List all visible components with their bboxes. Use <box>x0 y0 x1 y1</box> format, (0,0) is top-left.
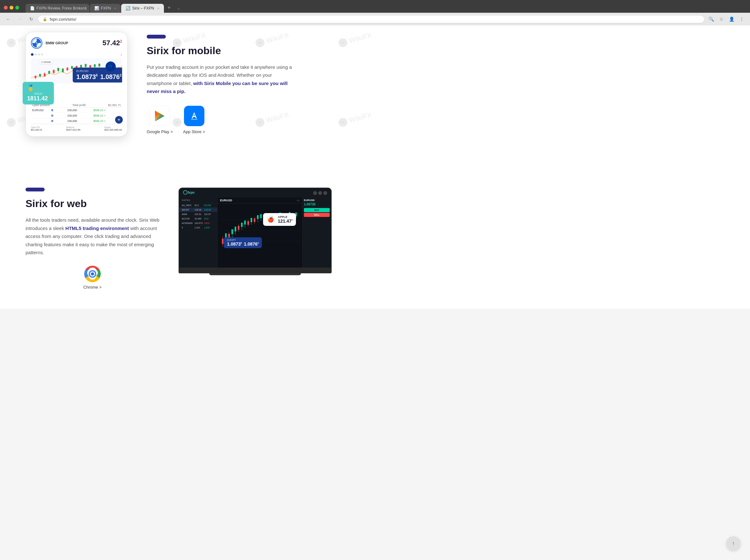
web-section-desc: All the tools traders need, available ar… <box>25 216 159 257</box>
tab-overflow-button[interactable]: ⌄ <box>174 4 183 13</box>
svg-rect-58 <box>244 221 246 225</box>
table-row: B 236,000 $569.22 > <box>31 113 122 119</box>
google-play-icon <box>150 106 170 126</box>
laptop-base <box>179 268 332 273</box>
eurusd-badge: EURUSD 1.08736 1.08762 <box>73 67 122 83</box>
chrome-icon <box>84 266 101 282</box>
google-play-label: Google Play > <box>147 129 173 134</box>
rates-header: RATES <box>179 198 217 203</box>
list-item: ACKRAND 142.675 145.6 <box>179 221 217 226</box>
maximize-window-btn[interactable] <box>15 6 19 9</box>
bmw-logo <box>31 37 42 49</box>
section-divider <box>0 156 750 175</box>
html5-link[interactable]: HTML5 trading environment <box>65 226 129 231</box>
buy-button[interactable]: BUY <box>304 208 330 212</box>
svg-rect-52 <box>235 227 236 232</box>
tab-sirix-fxpn[interactable]: 🔄 Sirix – FXPN × <box>121 4 163 13</box>
trade-panel: EURUSD 1.08730 BUY SELL <box>302 198 331 268</box>
svg-rect-62 <box>251 218 252 222</box>
phone-header: BMW GROUP 57.422 <box>31 37 122 49</box>
bmw-price: 57.422 <box>102 39 122 47</box>
svg-rect-25 <box>85 64 87 67</box>
tab-fxpn[interactable]: 📊 FXPN × <box>90 4 121 13</box>
eurjpy-badge: EURJPY 1.08736 1.08762 <box>224 237 262 248</box>
close-window-btn[interactable] <box>4 6 8 9</box>
svg-rect-60 <box>248 221 249 225</box>
gold-label: GOLD <box>27 92 50 95</box>
list-item: 4 1,314 1,316 <box>179 226 217 230</box>
chrome-label: Chrome > <box>83 285 101 290</box>
balance-stat: Balance $427,812.85 <box>66 126 81 131</box>
mobile-info: Sirix for mobile Put your trading accoun… <box>147 35 725 134</box>
window-controls <box>4 6 19 9</box>
more-button[interactable]: ⋮ <box>737 15 746 24</box>
company-name: BMW GROUP <box>45 41 68 45</box>
svg-rect-68 <box>260 214 262 218</box>
svg-rect-46 <box>225 233 227 237</box>
positions-bottom: Open P/L $3,146.01 Balance $427,812.85 E… <box>31 124 122 131</box>
web-section-title: Sirix for web <box>25 198 159 210</box>
svg-text:fxpn: fxpn <box>188 191 195 194</box>
browser-toolbar: ← → ↻ 🔒 fxpn.com/sirix/ 🔍 ☆ 👤 ⋮ <box>0 13 750 25</box>
section-pill-web <box>25 188 45 191</box>
tab-favicon-1: 📄 <box>30 6 35 11</box>
back-button[interactable]: ← <box>4 15 13 24</box>
laptop-ctrl-1 <box>313 191 317 195</box>
laptop-chart: EURUSD H1 <box>217 198 302 268</box>
browser-chrome: 📄 FXPN Review, Forex Broker& × 📊 FXPN × … <box>0 0 750 25</box>
search-button[interactable]: 🔍 <box>707 15 715 24</box>
chart-area: 1 minute 🇪🇺 <box>31 58 122 84</box>
tab-close-3[interactable]: × <box>157 6 159 10</box>
app-store-icon <box>184 106 204 126</box>
minimize-window-btn[interactable] <box>9 6 14 9</box>
laptop-logo: fxpn <box>183 190 199 195</box>
phone-mockup: BMW GROUP 57.422 › 1 minute 🇪🇺 <box>25 32 127 137</box>
apple-logo: 🍎 <box>266 215 275 224</box>
list-item: ADUST 116.08 118.54 <box>179 208 217 212</box>
open-pl-stat: Open P/L $3,146.01 <box>31 126 42 131</box>
laptop-screen: fxpn RATES <box>179 188 332 268</box>
bookmark-button[interactable]: ☆ <box>717 15 726 24</box>
laptop-body: RATES AU_INDX 62.2 63,333 ADUST 116.08 1… <box>179 198 331 268</box>
list-item: ACCUR 32.365 32.6 <box>179 216 217 221</box>
user-button[interactable]: 👤 <box>727 15 736 24</box>
address-bar[interactable]: 🔒 fxpn.com/sirix/ <box>38 16 704 23</box>
add-position-button[interactable]: + <box>115 116 123 124</box>
chrome-button[interactable]: Chrome > <box>25 266 159 290</box>
tabs-bar: 📄 FXPN Review, Forex Broker& × 📊 FXPN × … <box>25 3 183 13</box>
tab-fxpn-review[interactable]: 📄 FXPN Review, Forex Broker& × <box>25 4 89 13</box>
svg-point-38 <box>183 190 187 194</box>
svg-rect-31 <box>99 64 100 67</box>
tab-title-1: FXPN Review, Forex Broker& <box>36 6 87 11</box>
list-item: AU_INDX 62.2 63,333 <box>179 203 217 208</box>
tab-title-3: Sirix – FXPN <box>132 6 154 11</box>
url-text: fxpn.com/sirix/ <box>50 17 699 22</box>
forward-button[interactable]: → <box>15 15 24 24</box>
tab-title-2: FXPN <box>101 6 111 11</box>
apple-info: APPLE 121.479 <box>278 215 293 224</box>
tab-close-2[interactable]: × <box>114 6 116 10</box>
svg-rect-9 <box>48 71 50 74</box>
section-mobile: BMW GROUP 57.422 › 1 minute 🇪🇺 <box>0 25 750 156</box>
eurjpy-prices: 1.08736 1.08762 <box>227 242 259 247</box>
sell-button[interactable]: SELL <box>304 213 330 217</box>
google-play-button[interactable]: Google Play > <box>147 106 173 134</box>
svg-rect-33 <box>191 119 197 120</box>
reload-button[interactable]: ↻ <box>27 15 36 24</box>
app-store-label: App Store > <box>183 129 205 134</box>
new-tab-button[interactable]: + <box>164 3 174 13</box>
app-store-button[interactable]: App Store > <box>183 106 205 134</box>
page-content: WWikiFX WWikiFX WWikiFX WWikiFX WWikiFX … <box>0 25 750 309</box>
tab-favicon-3: 🔄 <box>126 6 130 11</box>
store-buttons: Google Play > App Store > <box>147 106 725 134</box>
section-pill-mobile <box>147 35 166 39</box>
table-row: B 236,000 $569.22 > <box>31 119 122 124</box>
svg-point-37 <box>91 272 94 275</box>
web-info: Sirix for web All the tools traders need… <box>25 188 159 290</box>
svg-rect-64 <box>254 219 255 222</box>
svg-rect-44 <box>222 238 223 244</box>
svg-rect-15 <box>62 68 64 72</box>
laptop-candles-area: 🍎 APPLE 121.479 EURJPY <box>217 204 302 258</box>
rates-panel: RATES AU_INDX 62.2 63,333 ADUST 116.08 1… <box>179 198 217 268</box>
svg-rect-66 <box>257 215 259 219</box>
